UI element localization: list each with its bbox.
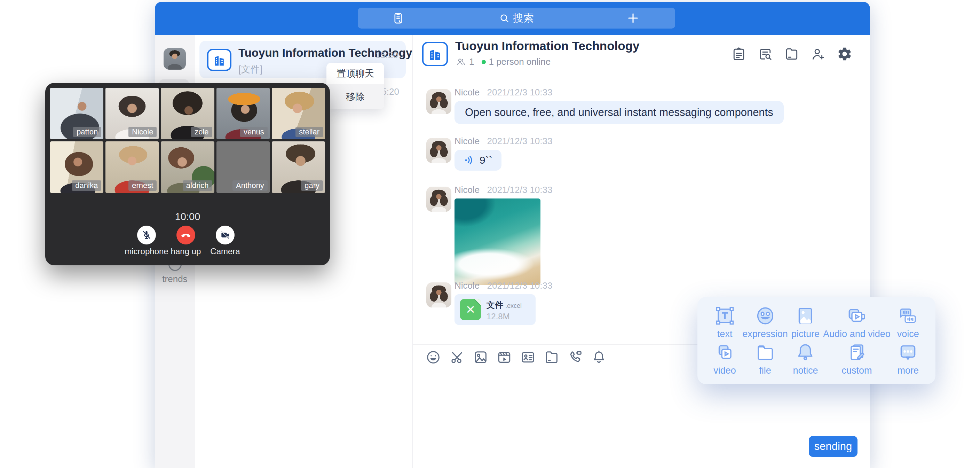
video-tile[interactable]: zole bbox=[161, 88, 214, 139]
sender-name: Nicole bbox=[455, 280, 480, 291]
expression-icon bbox=[754, 305, 776, 327]
hang-up-icon bbox=[180, 229, 192, 241]
file-ext: .excel bbox=[505, 302, 522, 309]
screenshot-scissors-icon[interactable] bbox=[449, 349, 465, 365]
microphone-mute-button[interactable] bbox=[137, 226, 156, 244]
video-tile[interactable]: patton bbox=[50, 88, 103, 139]
hang-up-button[interactable] bbox=[177, 226, 195, 244]
voice-duration: 9`` bbox=[480, 154, 492, 166]
panel-label: more bbox=[897, 365, 919, 376]
chat-header-actions bbox=[731, 46, 853, 62]
emoji-icon[interactable] bbox=[425, 349, 441, 365]
member-row: 1 1 person online bbox=[456, 56, 550, 67]
trends-label: trends bbox=[155, 274, 195, 284]
notice-icon bbox=[794, 342, 816, 363]
panel-item-more[interactable]: more bbox=[891, 340, 926, 377]
menu-item-pin-chat[interactable]: 置顶聊天 bbox=[326, 63, 384, 84]
beach-photo[interactable] bbox=[455, 198, 541, 285]
add-member-icon[interactable] bbox=[810, 46, 826, 62]
participant-name: ernest bbox=[129, 180, 157, 191]
context-menu: 置顶聊天 移除 bbox=[326, 63, 384, 109]
folder-icon[interactable] bbox=[544, 349, 560, 365]
message-time: 2021/12/3 10:33 bbox=[487, 280, 552, 291]
search-history-icon[interactable] bbox=[757, 46, 773, 62]
settings-gear-icon[interactable] bbox=[837, 46, 853, 62]
panel-label: picture bbox=[791, 329, 819, 340]
audio-video-icon bbox=[846, 305, 868, 327]
panel-label: file bbox=[759, 365, 771, 376]
avatar[interactable] bbox=[426, 138, 451, 163]
panel-item-file[interactable]: file bbox=[742, 340, 788, 377]
user-avatar[interactable] bbox=[164, 48, 186, 70]
participant-name: stellar bbox=[296, 127, 323, 137]
search-bar[interactable]: 搜索 bbox=[358, 8, 675, 29]
voice-bubble[interactable]: 9`` bbox=[455, 150, 501, 171]
video-clapper-icon[interactable] bbox=[496, 349, 512, 365]
file-name: 文件 bbox=[487, 300, 503, 310]
panel-label: expression bbox=[742, 329, 788, 340]
panel-label: custom bbox=[842, 365, 872, 376]
video-tile[interactable]: gary bbox=[272, 141, 325, 193]
sender-name: Nicole bbox=[455, 87, 480, 97]
video-tile[interactable]: danika bbox=[50, 141, 103, 193]
chat-title: Tuoyun Information Technology bbox=[455, 39, 640, 53]
video-tile[interactable]: Anthony bbox=[216, 141, 270, 193]
picture-panel-icon bbox=[794, 305, 816, 327]
group-call-window[interactable]: patton Nicole zole venus stellar danika … bbox=[45, 83, 330, 265]
notification-bell-icon[interactable] bbox=[591, 349, 607, 365]
participant-name: danika bbox=[72, 180, 101, 191]
voice-wave-icon bbox=[463, 154, 476, 166]
message-time: 2021/12/3 10:33 bbox=[487, 87, 552, 97]
files-icon[interactable] bbox=[784, 46, 800, 62]
panel-item-custom[interactable]: custom bbox=[823, 340, 891, 377]
chat-panel: Tuoyun Information Technology 1 1 person… bbox=[413, 35, 870, 468]
camera-muted-icon bbox=[220, 230, 231, 241]
poll-icon[interactable] bbox=[731, 46, 747, 62]
add-icon[interactable] bbox=[626, 11, 640, 26]
avatar[interactable] bbox=[426, 283, 451, 307]
panel-label: Audio and video bbox=[823, 329, 891, 340]
video-grid: patton Nicole zole venus stellar danika … bbox=[50, 88, 325, 193]
sender-name: Nicole bbox=[455, 185, 480, 195]
top-bar: 搜索 bbox=[155, 2, 870, 35]
text-icon bbox=[714, 305, 736, 327]
panel-item-text[interactable]: text bbox=[707, 304, 742, 340]
custom-icon bbox=[846, 342, 868, 363]
panel-item-notice[interactable]: notice bbox=[788, 340, 823, 377]
participant-name: aldrich bbox=[183, 180, 212, 191]
participant-name: zole bbox=[191, 127, 212, 137]
panel-item-audio-video[interactable]: Audio and video bbox=[823, 304, 891, 340]
participant-name: gary bbox=[301, 180, 323, 191]
avatar[interactable] bbox=[426, 187, 451, 212]
participant-name: Anthony bbox=[232, 180, 267, 191]
organization-icon bbox=[422, 42, 448, 66]
attach-type-panel: text expression picture Audio and video bbox=[697, 297, 935, 384]
video-tile[interactable]: aldrich bbox=[161, 141, 214, 193]
send-button[interactable]: sending bbox=[809, 436, 858, 457]
camera-mute-button[interactable] bbox=[216, 226, 235, 244]
panel-item-video[interactable]: video bbox=[707, 340, 742, 377]
conversation-time: 15:20 bbox=[375, 50, 398, 61]
more-icon bbox=[897, 342, 919, 363]
online-dot-icon bbox=[482, 60, 486, 64]
video-tile[interactable]: ernest bbox=[105, 141, 159, 193]
avatar[interactable] bbox=[426, 89, 451, 114]
call-icon[interactable] bbox=[567, 349, 583, 365]
video-tile[interactable]: Nicole bbox=[105, 88, 159, 139]
video-tile[interactable]: venus bbox=[216, 88, 270, 139]
microphone-muted-icon bbox=[141, 230, 152, 241]
panel-item-expression[interactable]: expression bbox=[742, 304, 788, 340]
file-bubble[interactable]: ✕ 文件.excel 12.8M bbox=[455, 294, 536, 325]
call-timer: 10:00 bbox=[45, 211, 330, 222]
search-placeholder: 搜索 bbox=[513, 11, 534, 26]
message-bubble[interactable]: Open source, free, and universal instant… bbox=[455, 101, 784, 124]
panel-label: notice bbox=[793, 365, 818, 376]
panel-label: video bbox=[713, 365, 736, 376]
file-size: 12.8M bbox=[487, 311, 510, 321]
video-tile[interactable]: stellar bbox=[272, 88, 325, 139]
panel-item-picture[interactable]: picture bbox=[788, 304, 823, 340]
panel-item-voice[interactable]: voice bbox=[891, 304, 926, 340]
picture-icon[interactable] bbox=[473, 349, 488, 365]
contact-card-icon[interactable] bbox=[520, 349, 536, 365]
menu-item-remove[interactable]: 移除 bbox=[326, 84, 384, 109]
